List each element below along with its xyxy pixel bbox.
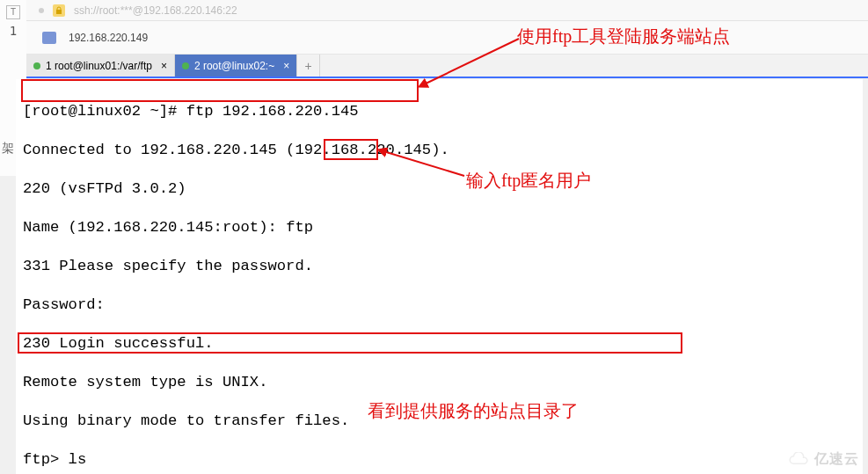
watermark-text: 亿速云: [814, 450, 859, 469]
address-bar: 192.168.220.149: [26, 21, 868, 55]
tab-bar: 1 root@linux01:/var/ftp × 2 root@linux02…: [26, 55, 868, 77]
tab-session-2[interactable]: 2 root@linux02:~ ×: [175, 55, 297, 77]
watermark: 亿速云: [786, 450, 859, 469]
close-icon[interactable]: ×: [161, 60, 167, 72]
output-line: Password:: [23, 295, 856, 315]
ftp-command: ftp> ls: [23, 450, 856, 470]
tab-label: 1 root@linux01:/var/ftp: [46, 60, 152, 72]
add-tab-button[interactable]: +: [297, 55, 320, 77]
status-dot-icon: [39, 8, 44, 13]
output-line: Remote system type is UNIX.: [23, 373, 856, 392]
gutter-caret-icon: 架: [2, 141, 14, 157]
tab-session-1[interactable]: 1 root@linux01:/var/ftp ×: [26, 55, 175, 77]
shell-prompt: [root@linux02 ~]#: [23, 103, 186, 120]
output-line: Connected to 192.168.220.145 (192.168.22…: [23, 141, 856, 160]
close-icon[interactable]: ×: [283, 60, 289, 72]
text-tool-icon: T: [6, 5, 20, 19]
tab-underline: [26, 77, 868, 78]
terminal-output[interactable]: [root@linux02 ~]# ftp 192.168.220.145 Co…: [16, 79, 863, 474]
name-input-value: ftp: [286, 219, 313, 236]
tab-label: 2 root@linux02:~: [194, 60, 274, 72]
svg-rect-0: [56, 10, 62, 14]
gutter-line-number: 1: [0, 23, 26, 39]
status-ok-icon: [33, 62, 40, 69]
cloud-icon: [786, 452, 811, 468]
shell-command-1: ftp 192.168.220.145: [186, 103, 359, 120]
folder-icon: [42, 32, 56, 44]
output-line: 230 Login successful.: [23, 334, 856, 354]
lock-icon: [53, 4, 65, 17]
window-title-bar: ssh://root:***@192.168.220.146:22: [26, 0, 868, 21]
output-line: 331 Please specify the password.: [23, 257, 856, 276]
name-prompt: Name (192.168.220.145:root):: [23, 219, 286, 236]
address-text: 192.168.220.149: [69, 32, 148, 44]
output-line: Using binary mode to transfer files.: [23, 412, 856, 431]
status-ok-icon: [182, 62, 189, 69]
output-line: 220 (vsFTPd 3.0.2): [23, 179, 856, 199]
window-title: ssh://root:***@192.168.220.146:22: [74, 4, 237, 17]
